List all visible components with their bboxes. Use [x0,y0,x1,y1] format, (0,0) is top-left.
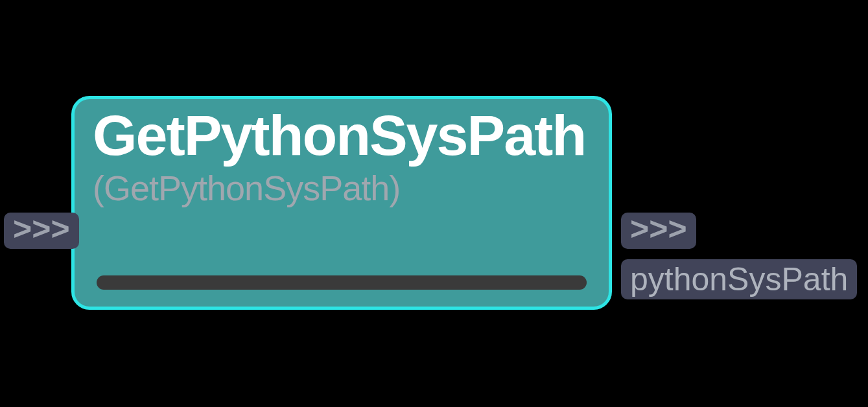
output-port-label: pythonSysPath [630,261,848,297]
input-flow-port[interactable]: >>> [4,213,79,249]
flow-port-glyph: >>> [630,211,687,247]
node-progress-bar [97,275,587,290]
output-flow-port[interactable]: >>> [621,213,696,249]
output-data-port-pythonsyspath[interactable]: pythonSysPath [621,259,857,299]
node-subtitle: (GetPythonSysPath) [93,168,591,208]
node-get-python-sys-path[interactable]: GetPythonSysPath (GetPythonSysPath) [71,96,612,310]
flow-port-glyph: >>> [13,211,70,247]
node-title: GetPythonSysPath [93,107,591,164]
